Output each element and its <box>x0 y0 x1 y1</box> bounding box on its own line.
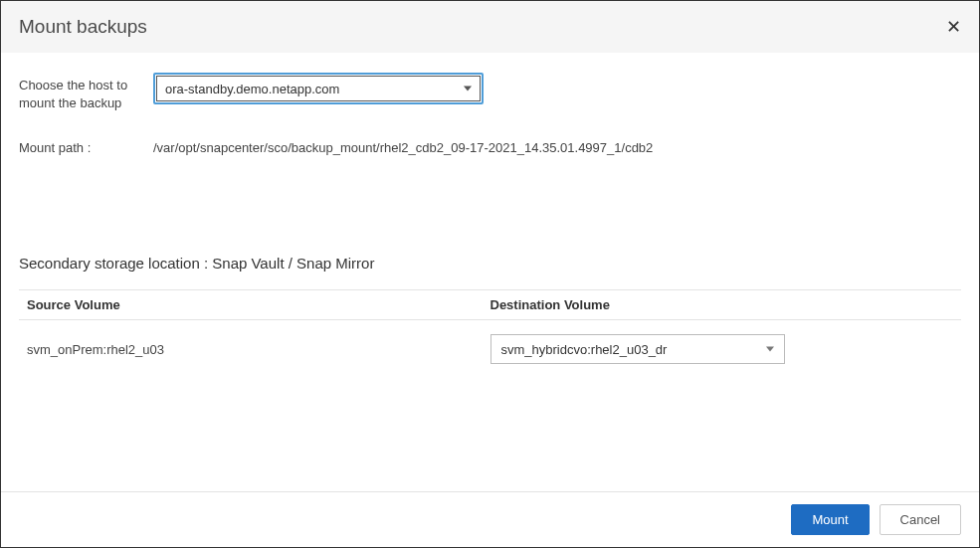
host-select-focus-ring: ora-standby.demo.netapp.com <box>153 73 484 104</box>
dialog-header: Mount backups ✕ <box>1 1 979 53</box>
dialog-footer: Mount Cancel <box>1 491 979 547</box>
host-select-value: ora-standby.demo.netapp.com <box>165 82 339 96</box>
dialog-body: Choose the host to mount the backup ora-… <box>1 53 979 491</box>
mount-path-row: Mount path : /var/opt/snapcenter/sco/bac… <box>19 140 961 155</box>
secondary-storage-heading: Secondary storage location : Snap Vault … <box>19 255 961 272</box>
cancel-button[interactable]: Cancel <box>880 504 961 535</box>
chevron-down-icon <box>464 87 472 91</box>
host-label: Choose the host to mount the backup <box>19 73 153 112</box>
destination-volume-column-header: Destination Volume <box>490 297 954 312</box>
destination-volume-select[interactable]: svm_hybridcvo:rhel2_u03_dr <box>490 334 785 364</box>
host-select[interactable]: ora-standby.demo.netapp.com <box>156 76 481 101</box>
close-icon[interactable]: ✕ <box>946 18 961 36</box>
source-volume-column-header: Source Volume <box>27 297 490 312</box>
table-row: svm_onPrem:rhel2_u03 svm_hybridcvo:rhel2… <box>19 320 961 374</box>
mount-button[interactable]: Mount <box>791 504 869 535</box>
source-volume-value: svm_onPrem:rhel2_u03 <box>27 342 490 357</box>
chevron-down-icon <box>766 347 774 352</box>
dialog-title: Mount backups <box>19 16 147 38</box>
volume-table-header: Source Volume Destination Volume <box>19 289 961 320</box>
mount-path-value: /var/opt/snapcenter/sco/backup_mount/rhe… <box>153 140 653 155</box>
destination-volume-cell: svm_hybridcvo:rhel2_u03_dr <box>490 334 954 364</box>
destination-volume-value: svm_hybridcvo:rhel2_u03_dr <box>501 342 668 357</box>
host-row: Choose the host to mount the backup ora-… <box>19 73 961 112</box>
mount-backups-dialog: Mount backups ✕ Choose the host to mount… <box>0 0 980 548</box>
mount-path-label: Mount path : <box>19 140 153 155</box>
